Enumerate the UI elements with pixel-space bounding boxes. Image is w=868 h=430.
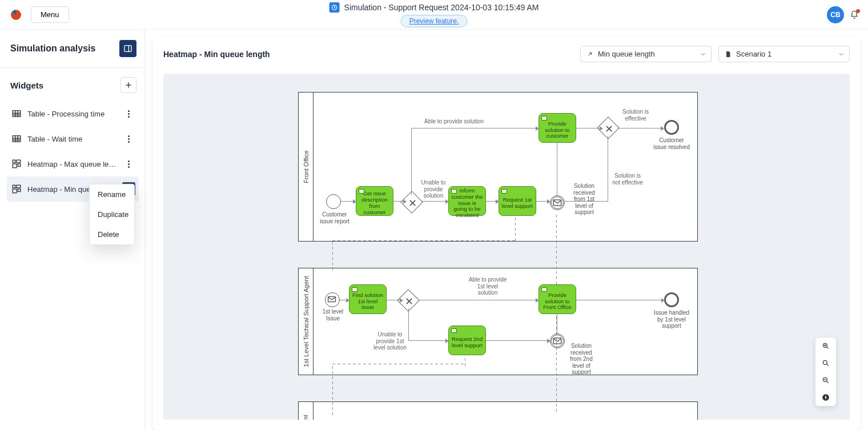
edge-label: Unable to provide 1st level solution: [372, 331, 408, 351]
svg-rect-4: [13, 160, 15, 163]
collapse-sidebar-button[interactable]: [119, 40, 136, 57]
event-label: Solution received from 1st level of supp…: [568, 183, 600, 216]
zoom-in-button[interactable]: [815, 337, 836, 355]
svg-rect-11: [18, 189, 21, 192]
svg-rect-7: [18, 164, 21, 167]
sidebar: Simulation analysis Widgets Table - Proc…: [0, 30, 145, 430]
diagram-canvas[interactable]: Front Office Customer issue report Get i…: [163, 74, 850, 420]
svg-rect-10: [13, 189, 17, 193]
task-request-2nd: Request 2nd level support: [448, 325, 486, 355]
edge-label: Unable to provide solution: [419, 179, 448, 199]
widget-context-menu: Rename Duplicate Delete: [89, 184, 135, 245]
ctx-delete[interactable]: Delete: [90, 224, 134, 244]
edge-label: Able to provide 1st level solution: [468, 276, 508, 296]
svg-rect-2: [13, 111, 21, 117]
svg-rect-6: [13, 164, 17, 168]
table-icon: [11, 134, 22, 144]
svg-point-16: [823, 360, 827, 364]
metric-select-value: Min queue length: [598, 50, 655, 58]
simulation-icon: [329, 2, 340, 13]
event-label: Issue handled by 1st level support: [653, 310, 690, 329]
end-event: [664, 292, 679, 307]
start-event: [325, 292, 340, 307]
lane-1st-level: 1st Level Techical Support Agent 1st lev…: [298, 268, 698, 375]
preview-feature-link[interactable]: Preview feature.: [401, 15, 468, 27]
kebab-icon: [128, 110, 130, 118]
chevron-down-icon: [700, 51, 706, 58]
heatmap-icon: [11, 159, 22, 169]
event-label: Customer issue resolved: [653, 137, 690, 150]
end-event: [664, 120, 679, 135]
metric-select[interactable]: Min queue length: [580, 46, 712, 62]
kebab-icon: [128, 135, 130, 143]
widgets-title: Widgets: [10, 81, 43, 90]
panel-title: Heatmap - Min queue length: [163, 50, 270, 59]
lane-front-office: Front Office Customer issue report Get i…: [298, 92, 698, 242]
zoom-out-button[interactable]: [815, 372, 836, 389]
zoom-in-icon: [822, 342, 830, 350]
topbar: Menu Simulation - Support Request 2024-1…: [0, 0, 868, 30]
heatmap-panel: Heatmap - Min queue length Min queue len…: [153, 38, 860, 430]
notification-dot: [856, 9, 860, 13]
menu-button[interactable]: Menu: [31, 6, 69, 23]
widget-kebab[interactable]: [123, 157, 135, 171]
compass-button[interactable]: [815, 389, 836, 406]
lane-label: ent: [303, 415, 309, 420]
svg-rect-9: [17, 185, 21, 188]
lane-label: Front Office: [303, 150, 310, 183]
lane-label: 1st Level Techical Support Agent: [303, 276, 310, 367]
svg-rect-3: [13, 136, 21, 142]
widget-item-table-wait-time[interactable]: Table - Wait time: [7, 126, 139, 151]
zoom-out-icon: [822, 376, 830, 384]
event-label: Customer issue report: [316, 211, 353, 224]
widget-label: Table - Wait time: [27, 135, 116, 143]
avatar[interactable]: CB: [827, 6, 844, 23]
task-request-1st: Request 1st level support: [499, 186, 536, 216]
event-label: 1st level Issue: [316, 308, 350, 322]
task-provide-solution: Provide solution to customer: [539, 113, 576, 143]
intermediate-event: [550, 195, 565, 210]
table-icon: [11, 108, 22, 119]
svg-rect-13: [328, 296, 336, 302]
widget-label: Table - Processing time: [27, 110, 116, 118]
chevron-down-icon: [838, 51, 845, 58]
task-provide-front: Provide solution to Front Office: [539, 284, 576, 314]
start-event: [326, 194, 341, 209]
page-title: Simulation - Support Request 2024-10-03 …: [344, 3, 539, 12]
app-logo: [9, 8, 23, 22]
add-widget-button[interactable]: [120, 77, 136, 93]
task-get-issue: Get issue description from customer: [356, 186, 393, 216]
widget-label: Heatmap - Max queue length: [27, 160, 117, 168]
zoom-reset-button[interactable]: [815, 355, 836, 372]
notifications-button[interactable]: [850, 10, 859, 19]
zoom-reset-icon: [822, 359, 830, 367]
widget-kebab[interactable]: [122, 107, 135, 120]
scenario-select[interactable]: Scenario 1: [718, 46, 850, 62]
arrow-out-icon: [586, 51, 593, 58]
svg-rect-8: [13, 185, 15, 188]
scenario-select-value: Scenario 1: [736, 50, 771, 58]
document-icon: [725, 50, 732, 58]
widget-item-heatmap-max[interactable]: Heatmap - Max queue length: [7, 151, 139, 176]
widget-kebab[interactable]: [122, 132, 135, 146]
task-inform-escalate: Inform customer the issue is going to be…: [448, 186, 486, 216]
edge-label: Solution is effective: [620, 108, 652, 122]
heatmap-icon: [11, 184, 22, 194]
bpmn-diagram: Front Office Customer issue report Get i…: [298, 92, 698, 420]
sidebar-title: Simulation analysis: [10, 43, 95, 54]
widget-item-table-processing-time[interactable]: Table - Processing time: [7, 101, 139, 126]
plus-icon: [124, 81, 132, 89]
ctx-duplicate[interactable]: Duplicate: [90, 204, 134, 224]
task-find-1st: Find solution 1st level issue: [349, 284, 387, 314]
edge-label: Solution is not effective: [612, 172, 644, 186]
zoom-toolbar: [815, 337, 836, 406]
ctx-rename[interactable]: Rename: [90, 184, 134, 204]
compass-icon: [822, 393, 830, 401]
edge-label: Able to provide solution: [414, 118, 494, 125]
lane-2nd-level-partial: ent Able to: [298, 401, 698, 420]
svg-rect-5: [17, 160, 21, 163]
intermediate-event: [550, 333, 565, 348]
topbar-center: Simulation - Support Request 2024-10-03 …: [329, 2, 539, 27]
page-title-wrap: Simulation - Support Request 2024-10-03 …: [329, 2, 539, 13]
panel-collapse-icon: [123, 44, 132, 53]
